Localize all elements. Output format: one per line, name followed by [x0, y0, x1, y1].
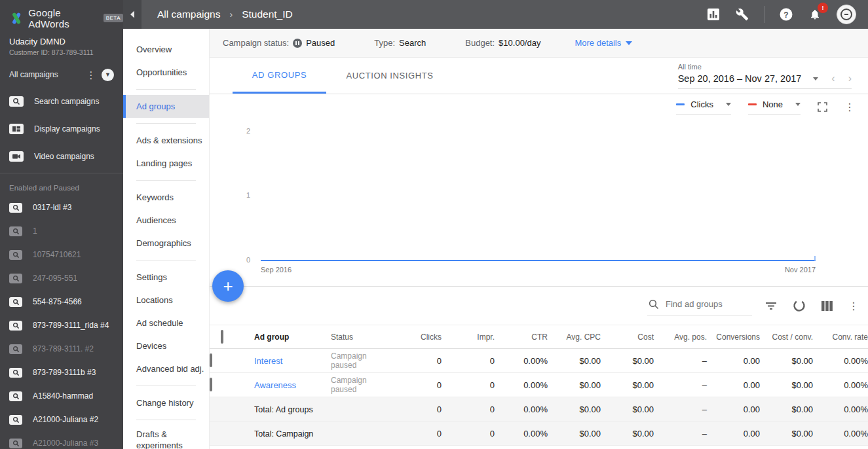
search-campaign-icon [9, 297, 22, 307]
collapse-sidebar-button[interactable] [123, 0, 142, 29]
row-status: Campaign paused [331, 351, 377, 370]
col-cost-conv[interactable]: Cost / conv. [760, 325, 813, 349]
col-ctr[interactable]: CTR [495, 325, 548, 349]
metric-selector-1[interactable]: Clicks [676, 99, 731, 115]
campaign-item[interactable]: A15840-hammad [0, 384, 123, 408]
sidebar-item-search-campaigns[interactable]: Search campaigns [0, 88, 123, 115]
col-status[interactable]: Status [331, 325, 388, 349]
help-icon[interactable]: ? [779, 7, 793, 22]
nav-item-opportunities[interactable]: Opportunities [123, 61, 209, 84]
more-details-label: More details [575, 38, 621, 48]
nav-item-audiences[interactable]: Audiences [123, 209, 209, 232]
search-campaign-icon [9, 250, 22, 260]
campaign-item[interactable]: 873-789-3111b #3 [0, 361, 123, 384]
campaign-item[interactable]: A21000-Juliana #3 [0, 431, 123, 449]
cell-conversions: 0.00 [707, 373, 760, 397]
nav-item-settings[interactable]: Settings [123, 266, 209, 289]
nav-item-locations[interactable]: Locations [123, 289, 209, 312]
campaign-filter-label: Enabled and Paused [0, 176, 123, 196]
notifications-bell-icon[interactable]: ! [808, 7, 822, 22]
campaign-item[interactable]: 873-789-3111. #2 [0, 337, 123, 361]
avatar[interactable] [837, 5, 856, 24]
campaign-nav: Overview Opportunities Ad groups Ads & e… [123, 29, 210, 449]
scope-more-icon[interactable]: ⋮ [86, 70, 96, 80]
scope-expand-button[interactable]: ▼ [102, 69, 114, 81]
account-name: Udacity DMND [9, 37, 123, 46]
col-ad-group[interactable]: Ad group [254, 325, 331, 349]
col-avg-cpc[interactable]: Avg. CPC [548, 325, 601, 349]
search-input[interactable] [666, 299, 743, 309]
nav-item-keywords[interactable]: Keywords [123, 186, 209, 209]
col-avg-pos[interactable]: Avg. pos. [654, 325, 707, 349]
date-next-icon[interactable]: › [848, 73, 852, 84]
cell-avg-cpc: $0.00 [548, 422, 601, 446]
col-conversions[interactable]: Conversions [707, 325, 760, 349]
cell-impr: 0 [442, 373, 495, 397]
breadcrumb-all-campaigns[interactable]: All campaigns [157, 9, 221, 20]
col-cost[interactable]: Cost [601, 325, 654, 349]
campaign-item[interactable]: 0317-ldl #3 [0, 196, 123, 219]
table-more-icon[interactable]: ⋮ [848, 301, 859, 311]
nav-divider [136, 420, 196, 420]
campaign-name: A21000-Juliana #2 [33, 415, 98, 424]
tab-ad-groups[interactable]: AD GROUPS [233, 58, 326, 94]
row-checkbox[interactable] [210, 353, 212, 367]
reports-icon[interactable] [706, 7, 721, 22]
expand-chart-icon[interactable] [818, 102, 827, 112]
date-prev-icon[interactable]: ‹ [831, 73, 835, 84]
ad-group-link[interactable]: Awareness [254, 380, 296, 390]
nav-item-ads-extensions[interactable]: Ads & extensions [123, 129, 209, 152]
columns-icon[interactable] [821, 301, 833, 311]
series-end-tick [814, 256, 816, 260]
nav-item-ad-groups[interactable]: Ad groups [123, 95, 209, 118]
nav-divider [136, 386, 196, 386]
campaign-item[interactable]: 1 [0, 219, 123, 243]
campaign-item[interactable]: 10754710621 [0, 243, 123, 266]
nav-item-demographics[interactable]: Demographics [123, 232, 209, 255]
segment-icon[interactable] [793, 299, 806, 312]
svg-text:?: ? [783, 10, 788, 20]
sidebar-item-video-campaigns[interactable]: Video campaigns [0, 143, 123, 170]
nav-item-drafts-experiments[interactable]: Drafts & experiments [123, 425, 209, 449]
campaign-name: 0317-ldl #3 [33, 203, 71, 212]
find-ad-groups-search[interactable] [647, 296, 752, 315]
ad-group-link[interactable]: Interest [254, 356, 282, 366]
nav-item-overview[interactable]: Overview [123, 38, 209, 61]
col-clicks[interactable]: Clicks [388, 325, 442, 349]
sidebar-item-display-campaigns[interactable]: Display campaigns [0, 115, 123, 143]
col-impr[interactable]: Impr. [442, 325, 495, 349]
cell-avg-cpc: $0.00 [548, 349, 601, 373]
date-range-picker[interactable]: All time Sep 20, 2016 – Nov 27, 2017 ‹ › [678, 63, 852, 89]
campaign-item[interactable]: 554-875-4566 [0, 290, 123, 314]
cell-avg-pos: – [654, 373, 707, 397]
metric-selector-2[interactable]: None [748, 99, 801, 115]
nav-item-advanced-bid-adj[interactable]: Advanced bid adj. [123, 357, 209, 380]
chart-more-icon[interactable]: ⋮ [844, 102, 855, 112]
campaign-item[interactable]: 873-789-3111_rida #4 [0, 314, 123, 337]
x-axis-tick: Nov 2017 [785, 266, 816, 274]
nav-divider [136, 180, 196, 181]
col-conv-rate[interactable]: Conv. rate [813, 325, 868, 349]
tools-wrench-icon[interactable] [735, 7, 749, 22]
metric2-label: None [763, 99, 783, 109]
campaign-item[interactable]: A21000-Juliana #2 [0, 408, 123, 431]
filter-icon[interactable] [765, 301, 777, 310]
row-checkbox[interactable] [210, 378, 212, 391]
tab-auction-insights[interactable]: AUCTION INSIGHTS [341, 58, 439, 94]
campaign-name: 873-789-3111b #3 [33, 368, 96, 377]
campaign-item[interactable]: 247-095-551 [0, 266, 123, 290]
metric2-legend-swatch [748, 103, 757, 105]
nav-item-change-history[interactable]: Change history [123, 391, 209, 414]
nav-item-ad-schedule[interactable]: Ad schedule [123, 312, 209, 334]
nav-item-devices[interactable]: Devices [123, 334, 209, 357]
topbar-actions: ? ! [706, 5, 868, 24]
select-all-checkbox[interactable] [221, 330, 223, 344]
cell-conversions: 0.00 [707, 349, 760, 373]
more-details-link[interactable]: More details [575, 38, 632, 48]
campaign-name: 873-789-3111. #2 [33, 344, 94, 353]
add-ad-group-button[interactable]: + [212, 270, 244, 302]
cell-conversions: 0.00 [707, 422, 760, 446]
cell-ctr: 0.00% [495, 349, 548, 373]
table-toolbar: ⋮ [210, 286, 868, 325]
nav-item-landing-pages[interactable]: Landing pages [123, 152, 209, 175]
